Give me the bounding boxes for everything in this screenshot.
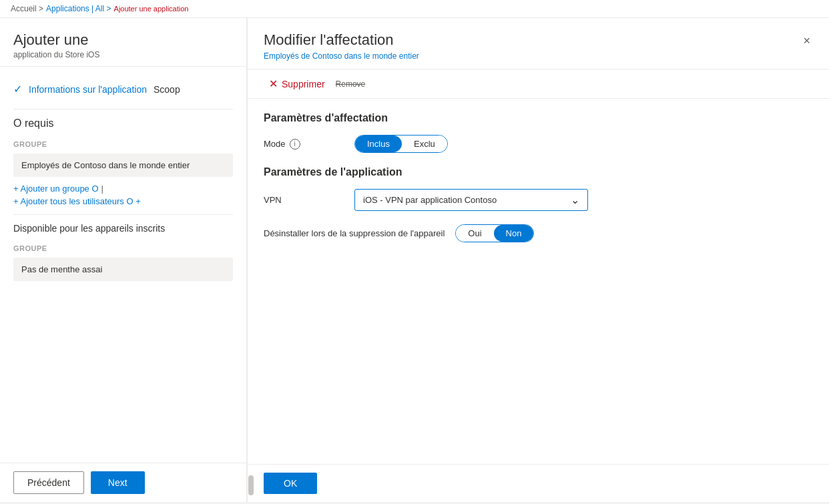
breadcrumb-action[interactable]: Ajouter une application bbox=[114, 5, 189, 13]
non-option[interactable]: Non bbox=[494, 225, 534, 242]
step-info: ✓ Informations sur l'application Scoop bbox=[13, 77, 233, 101]
right-panel: Modifier l'affectation Employés de Conto… bbox=[247, 18, 829, 502]
vpn-dropdown-value: iOS - VPN par application Contoso bbox=[363, 195, 497, 205]
mode-info-icon[interactable]: i bbox=[290, 139, 300, 150]
mode-inclus-option[interactable]: Inclus bbox=[355, 136, 402, 152]
modal-toolbar: ✕ Supprimer Remove bbox=[248, 69, 829, 99]
disponible-label: Disponible pour les appareils inscrits bbox=[13, 223, 233, 234]
groupe-label: GROUPE bbox=[13, 140, 233, 148]
modal-subtitle: Employés de Contoso dans le monde entier bbox=[264, 51, 419, 61]
mode-toggle[interactable]: Inclus Exclu bbox=[354, 135, 448, 153]
group-item-2[interactable]: Pas de menthe assai bbox=[13, 258, 233, 281]
breadcrumb: Accueil > Applications | All > Ajouter u… bbox=[0, 0, 829, 18]
oui-non-toggle[interactable]: Oui Non bbox=[455, 224, 534, 242]
breadcrumb-apps[interactable]: Applications | All > bbox=[46, 4, 111, 13]
prev-button[interactable]: Précédent bbox=[13, 471, 84, 494]
page-title: Ajouter une bbox=[13, 31, 233, 49]
add-group-link[interactable]: + Ajouter un groupe O bbox=[13, 184, 99, 194]
modal-header: Modifier l'affectation Employés de Conto… bbox=[248, 18, 829, 69]
breadcrumb-home[interactable]: Accueil > bbox=[11, 4, 43, 13]
remove-sub-label: Remove bbox=[336, 79, 366, 89]
scroll-indicator bbox=[248, 475, 254, 495]
page-subtitle: application du Store iOS bbox=[13, 50, 233, 59]
step-info-label: Informations sur l'application bbox=[29, 84, 147, 95]
modal-close-button[interactable]: × bbox=[800, 31, 813, 51]
groupe-label2: GROUPE bbox=[13, 244, 233, 252]
left-panel-header: Ajouter une application du Store iOS bbox=[0, 18, 246, 67]
mode-label: Mode i bbox=[264, 139, 344, 150]
left-panel-footer: Précédent Next bbox=[0, 463, 246, 502]
mode-exclu-option[interactable]: Exclu bbox=[402, 136, 447, 152]
remove-x-icon: ✕ bbox=[269, 77, 278, 90]
modal-body: Paramètres d'affectation Mode i Inclus E… bbox=[248, 99, 829, 464]
group-item-1[interactable]: Employés de Contoso dans le monde entier bbox=[13, 154, 233, 177]
left-panel-content: ✓ Informations sur l'application Scoop O… bbox=[0, 67, 246, 463]
remove-button[interactable]: ✕ Supprimer bbox=[264, 75, 330, 93]
vpn-row: VPN iOS - VPN par application Contoso ⌄ bbox=[264, 189, 813, 211]
mode-row: Mode i Inclus Exclu bbox=[264, 135, 813, 153]
ok-button[interactable]: OK bbox=[264, 473, 317, 494]
oui-option[interactable]: Oui bbox=[456, 225, 493, 242]
desinstaller-label: Désinstaller lors de la suppression de l… bbox=[264, 228, 445, 238]
vpn-label: VPN bbox=[264, 195, 344, 205]
vpn-dropdown[interactable]: iOS - VPN par application Contoso ⌄ bbox=[354, 189, 588, 211]
modal-footer: OK bbox=[248, 464, 829, 502]
add-links: + Ajouter un groupe O | + Ajouter tous l… bbox=[13, 184, 233, 206]
desinstaller-row: Désinstaller lors de la suppression de l… bbox=[264, 224, 813, 242]
left-panel: Ajouter une application du Store iOS ✓ I… bbox=[0, 18, 247, 502]
modal-panel: Modifier l'affectation Employés de Conto… bbox=[247, 18, 829, 502]
check-icon: ✓ bbox=[13, 83, 22, 95]
next-button[interactable]: Next bbox=[91, 471, 145, 494]
modal-title: Modifier l'affectation bbox=[264, 31, 419, 49]
add-users-link[interactable]: + Ajouter tous les utilisateurs O + bbox=[13, 196, 141, 206]
remove-label: Supprimer bbox=[282, 79, 325, 89]
section2-title: Paramètres de l'application bbox=[264, 166, 813, 178]
dropdown-arrow-icon: ⌄ bbox=[571, 194, 579, 206]
step-scope-label: Scoop bbox=[154, 84, 180, 95]
o-requis-label: O requis bbox=[13, 117, 233, 130]
section1-title: Paramètres d'affectation bbox=[264, 112, 813, 124]
